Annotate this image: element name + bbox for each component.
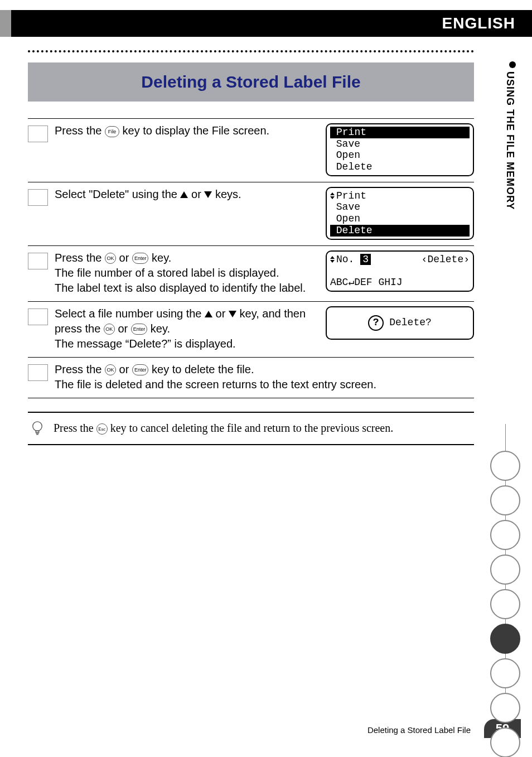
ok-key-icon: OK [105,364,116,375]
side-section-label: USING THE FILE MEMORY [504,61,521,223]
step-text: Press the OK or Enter key to delete the … [55,362,474,392]
step-row: Press the File key to display the File s… [28,118,474,182]
step-number-box [28,126,48,142]
lcd-screenshot: Print Save Open Delete [326,123,474,176]
step-number-box [28,253,48,269]
svg-rect-1 [36,431,39,432]
progress-dot [490,658,520,688]
progress-dots [490,446,521,757]
svg-point-0 [33,421,42,431]
language-label: ENGLISH [442,15,515,32]
dotted-rule [28,50,474,52]
progress-dot [490,520,520,550]
lcd-screenshot: Print Save Open Delete [326,187,474,240]
question-icon: ? [368,315,384,331]
step-number-box [28,364,48,381]
esc-key-icon: Esc [96,423,108,435]
down-arrow-icon [229,311,236,317]
progress-dot [490,727,520,757]
step-row: Press the OK or Enter key to delete the … [28,357,474,398]
ok-key-icon: OK [104,324,115,335]
enter-key-icon: Enter [132,253,149,264]
up-arrow-icon [205,311,212,317]
step-row: Select "Delete" using the or keys. Print… [28,182,474,245]
step-number-box [28,308,48,325]
progress-dot [490,485,520,515]
progress-dot [490,693,520,723]
step-number-box [28,189,48,206]
header-bar: ENGLISH [0,10,532,37]
tip-box: Press the Esc key to cancel deleting the… [28,412,474,445]
bullet-icon [509,61,516,68]
footer-caption: Deleting a Stored Label File [367,725,471,735]
enter-key-icon: Enter [132,364,149,375]
up-arrow-icon [180,191,188,198]
tip-text: Press the Esc key to cancel deleting the… [54,422,393,435]
enter-key-icon: Enter [131,324,148,335]
step-text: Press the OK or Enter key. The file numb… [55,250,326,296]
step-text: Press the File key to display the File s… [55,123,326,138]
lightbulb-icon [31,421,43,436]
step-text: Select "Delete" using the or keys. [55,187,326,202]
ok-key-icon: OK [105,253,116,264]
progress-dot-current [490,624,520,654]
progress-dot [490,589,520,619]
step-row: Select a file number using the or key, a… [28,301,474,357]
progress-dot [490,451,520,481]
step-text: Select a file number using the or key, a… [55,306,326,351]
step-row: Press the OK or Enter key. The file numb… [28,245,474,301]
steps-list: Press the File key to display the File s… [28,118,474,398]
down-arrow-icon [204,191,212,198]
progress-dot [490,555,520,585]
lcd-screenshot: ?Delete? [326,306,474,340]
file-key-icon: File [105,126,119,137]
page-footer: Deleting a Stored Label File 59 [0,719,532,738]
lcd-screenshot: No. 3‹Delete› ABC↵DEF GHIJ [326,250,474,292]
page-title: Deleting a Stored Label File [28,62,474,102]
